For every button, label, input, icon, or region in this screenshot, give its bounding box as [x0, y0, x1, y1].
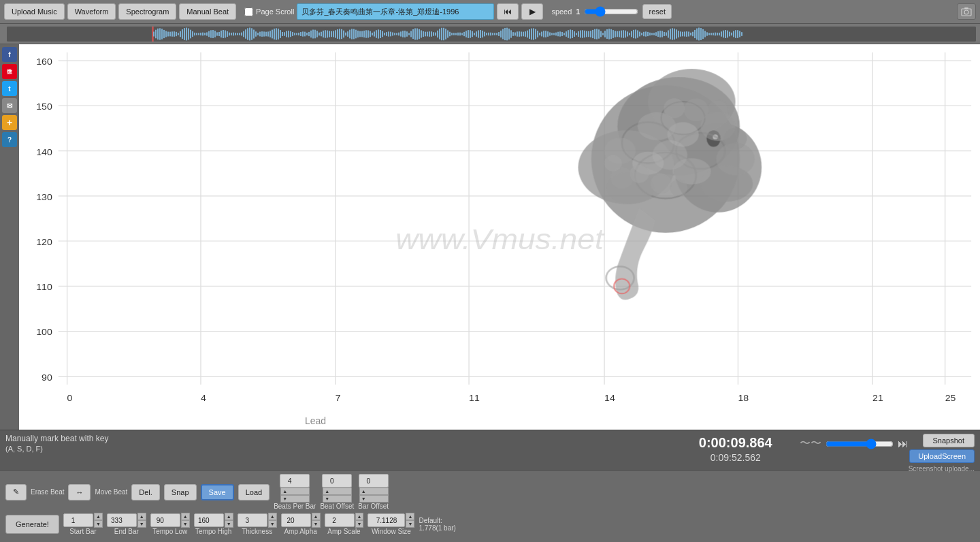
page-scroll-label: Page Scroll: [256, 7, 294, 16]
weibo-icon[interactable]: 微: [2, 64, 17, 79]
graph-area[interactable]: 160 150 140 130 120 110 100: [19, 44, 980, 430]
amp-scale-down[interactable]: ▼: [355, 520, 364, 528]
svg-rect-112: [372, 32, 373, 35]
start-bar-input[interactable]: [63, 513, 93, 527]
svg-rect-102: [351, 29, 353, 39]
start-bar-up[interactable]: ▲: [94, 513, 103, 520]
generate-button[interactable]: Generate!: [5, 515, 59, 534]
play-icon: ▶: [529, 7, 536, 16]
spectrogram-button[interactable]: Spectrogram: [118, 3, 176, 20]
beat-offset-down[interactable]: ▼: [323, 495, 352, 503]
play-button[interactable]: ▶: [521, 3, 543, 20]
svg-rect-237: [627, 31, 628, 36]
reset-button[interactable]: reset: [642, 4, 671, 19]
svg-rect-124: [396, 33, 397, 35]
svg-rect-283: [721, 31, 722, 36]
lead-label: Lead: [305, 415, 326, 426]
svg-rect-84: [314, 29, 316, 38]
window-size-input[interactable]: [368, 513, 405, 527]
beats-up-arrow[interactable]: ▲: [280, 488, 310, 495]
tempo-high-input[interactable]: [194, 513, 224, 527]
upload-music-button[interactable]: Upload Music: [4, 3, 65, 20]
svg-rect-176: [502, 29, 504, 39]
snap-button[interactable]: Snap: [164, 484, 197, 500]
svg-rect-187: [525, 31, 526, 37]
tempo-low-down[interactable]: ▼: [181, 520, 190, 528]
svg-rect-156: [461, 33, 463, 35]
rewind-button[interactable]: ⏮: [497, 3, 519, 20]
thickness-down[interactable]: ▼: [268, 520, 277, 528]
svg-rect-144: [437, 30, 438, 37]
amp-alpha-down[interactable]: ▼: [312, 520, 321, 528]
tempo-low-label: Tempo Low: [152, 528, 187, 535]
snapshot-button[interactable]: Snapshot: [923, 434, 975, 447]
window-size-down[interactable]: ▼: [406, 520, 414, 528]
beats-per-bar-spinner: ▲ ▼: [280, 474, 310, 503]
amp-alpha-input[interactable]: [281, 513, 311, 527]
svg-text:130: 130: [36, 192, 52, 202]
camera-icon[interactable]: [957, 3, 976, 20]
thickness-input[interactable]: [238, 513, 267, 527]
svg-rect-22: [188, 28, 189, 39]
amp-alpha-up[interactable]: ▲: [312, 513, 321, 520]
erase-beat-button[interactable]: ✎: [5, 484, 27, 500]
bar-offset-up[interactable]: ▲: [359, 488, 389, 495]
volume-slider[interactable]: [826, 439, 894, 449]
svg-rect-198: [547, 31, 549, 37]
svg-rect-217: [586, 31, 587, 37]
svg-rect-126: [400, 31, 402, 36]
thickness-up[interactable]: ▲: [268, 513, 277, 520]
track-name-input[interactable]: 贝多芬_春天奏鸣曲第一乐章-洛第_郑煜迪-1996: [297, 3, 494, 20]
svg-rect-219: [590, 31, 591, 37]
page-scroll-checkbox[interactable]: [244, 7, 253, 16]
bar-offset-down[interactable]: ▼: [359, 495, 389, 503]
total-time: 0:09:52.562: [699, 451, 772, 464]
end-bar-up[interactable]: ▲: [137, 513, 146, 520]
svg-rect-17: [178, 33, 179, 35]
amp-scale-input[interactable]: [325, 513, 355, 527]
plus-icon[interactable]: +: [2, 115, 17, 130]
svg-text:4: 4: [201, 393, 206, 403]
skip-end-icon[interactable]: ⏭: [898, 438, 909, 450]
svg-rect-190: [531, 28, 532, 39]
tempo-low-up[interactable]: ▲: [181, 513, 190, 520]
manual-beat-button[interactable]: Manual Beat: [179, 3, 236, 20]
beat-offset-up[interactable]: ▲: [323, 488, 352, 495]
beats-per-bar-input[interactable]: [280, 474, 310, 488]
waveform-bar-container[interactable]: [7, 27, 976, 42]
beat-offset-input[interactable]: [322, 474, 352, 488]
tempo-high-up[interactable]: ▲: [225, 513, 233, 520]
tempo-high-down[interactable]: ▼: [225, 520, 233, 528]
svg-rect-272: [698, 27, 700, 40]
svg-rect-245: [643, 31, 644, 35]
twitter-icon[interactable]: t: [2, 81, 17, 96]
end-bar-input[interactable]: [107, 513, 137, 527]
svg-rect-236: [625, 30, 626, 37]
svg-rect-265: [684, 31, 685, 36]
svg-rect-169: [488, 32, 489, 35]
waveform-button[interactable]: Waveform: [67, 3, 116, 20]
del-button[interactable]: Del.: [131, 484, 160, 500]
help-icon[interactable]: ?: [2, 132, 17, 147]
window-size-up[interactable]: ▲: [406, 513, 414, 520]
end-bar-down[interactable]: ▼: [137, 520, 146, 528]
svg-text:0: 0: [67, 393, 73, 403]
save-button[interactable]: Save: [201, 484, 234, 500]
load-button[interactable]: Load: [238, 484, 270, 500]
bar-offset-input[interactable]: [359, 474, 389, 488]
facebook-icon[interactable]: f: [2, 47, 17, 62]
mail-icon[interactable]: ✉: [2, 98, 17, 113]
tempo-low-input[interactable]: [150, 513, 180, 527]
rewind-icon: ⏮: [504, 7, 512, 16]
svg-rect-264: [682, 31, 683, 36]
svg-rect-33: [210, 30, 212, 37]
svg-text:21: 21: [872, 393, 883, 403]
speed-slider[interactable]: [584, 6, 638, 17]
svg-point-355: [724, 128, 747, 149]
beats-down-arrow[interactable]: ▼: [280, 495, 310, 503]
start-bar-down[interactable]: ▼: [94, 520, 103, 528]
upload-screen-button[interactable]: UploadScreen: [909, 449, 975, 463]
move-beat-button[interactable]: ↔: [68, 484, 91, 500]
amp-scale-up[interactable]: ▲: [355, 513, 364, 520]
svg-rect-279: [713, 33, 714, 35]
